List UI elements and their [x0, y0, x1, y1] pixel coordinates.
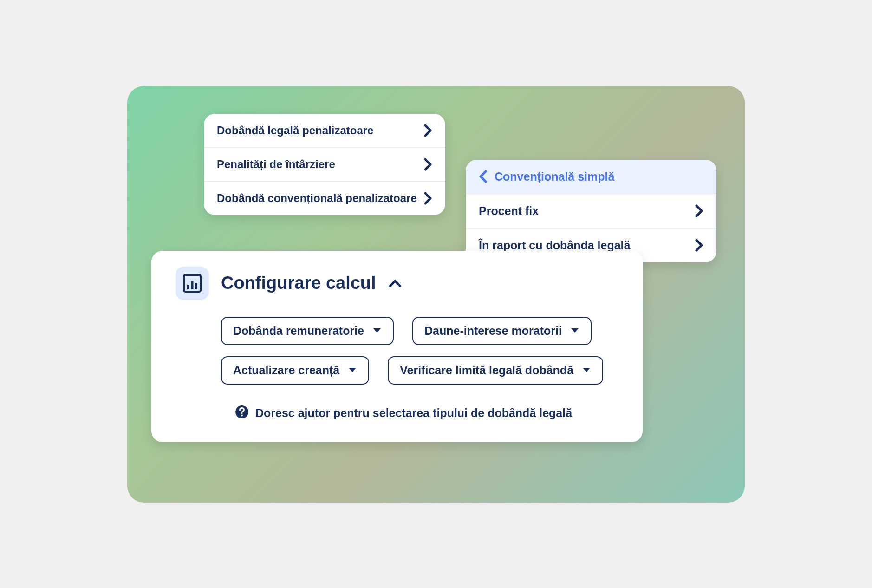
menu-conventional-simple: Convențională simplă Procent fix În rapo…	[466, 160, 716, 262]
chip-claim-update[interactable]: Actualizare creanță	[221, 356, 369, 385]
chip-remuneratory-interest[interactable]: Dobânda remuneratorie	[221, 317, 394, 345]
chip-moratory-damages[interactable]: Daune-interese moratorii	[412, 317, 592, 345]
help-icon	[235, 405, 249, 422]
menu-item-delay-penalties[interactable]: Penalități de întârziere	[204, 148, 445, 182]
menu-back-header[interactable]: Convențională simplă	[466, 160, 716, 194]
config-panel-header[interactable]: Configurare calcul	[176, 267, 618, 300]
chevron-right-icon	[424, 192, 432, 205]
config-chips: Dobânda remuneratorie Daune-interese mor…	[176, 317, 618, 385]
menu-item-label: Procent fix	[479, 204, 539, 218]
menu-item-legal-penalty[interactable]: Dobândă legală penalizatoare	[204, 114, 445, 148]
menu-item-label: Dobândă convențională penalizatoare	[217, 192, 417, 205]
caret-down-icon	[582, 367, 591, 373]
chevron-right-icon	[424, 158, 432, 171]
svg-rect-2	[191, 281, 194, 289]
chevron-right-icon	[695, 204, 703, 217]
chevron-left-icon	[479, 170, 487, 183]
menu-item-conventional-penalty[interactable]: Dobândă convențională penalizatoare	[204, 182, 445, 215]
chip-label: Daune-interese moratorii	[424, 324, 562, 338]
chevron-up-icon	[388, 279, 402, 288]
help-label: Doresc ajutor pentru selectarea tipului …	[255, 406, 572, 420]
chip-legal-limit-check[interactable]: Verificare limită legală dobândă	[388, 356, 603, 385]
help-link[interactable]: Doresc ajutor pentru selectarea tipului …	[176, 405, 618, 422]
caret-down-icon	[348, 367, 357, 373]
chip-label: Actualizare creanță	[233, 364, 339, 377]
chart-icon	[176, 267, 209, 300]
caret-down-icon	[570, 327, 579, 334]
menu-item-fixed-percent[interactable]: Procent fix	[466, 194, 716, 229]
menu-interest-types: Dobândă legală penalizatoare Penalități …	[204, 114, 445, 215]
svg-point-5	[241, 414, 243, 416]
canvas: Dobândă legală penalizatoare Penalități …	[127, 86, 745, 503]
caret-down-icon	[372, 327, 382, 334]
config-panel-title: Configurare calcul	[221, 273, 376, 293]
menu-item-label: Dobândă legală penalizatoare	[217, 124, 373, 137]
chevron-right-icon	[695, 239, 703, 252]
menu-item-label: Penalități de întârziere	[217, 158, 335, 171]
chip-label: Verificare limită legală dobândă	[400, 364, 573, 377]
menu-header-label: Convențională simplă	[495, 170, 614, 183]
config-panel: Configurare calcul Dobânda remuneratorie…	[151, 251, 643, 442]
svg-rect-1	[187, 285, 189, 289]
svg-rect-3	[195, 283, 197, 289]
menu-item-label: În raport cu dobânda legală	[479, 239, 630, 252]
chevron-right-icon	[424, 124, 432, 137]
chip-label: Dobânda remuneratorie	[233, 324, 364, 338]
